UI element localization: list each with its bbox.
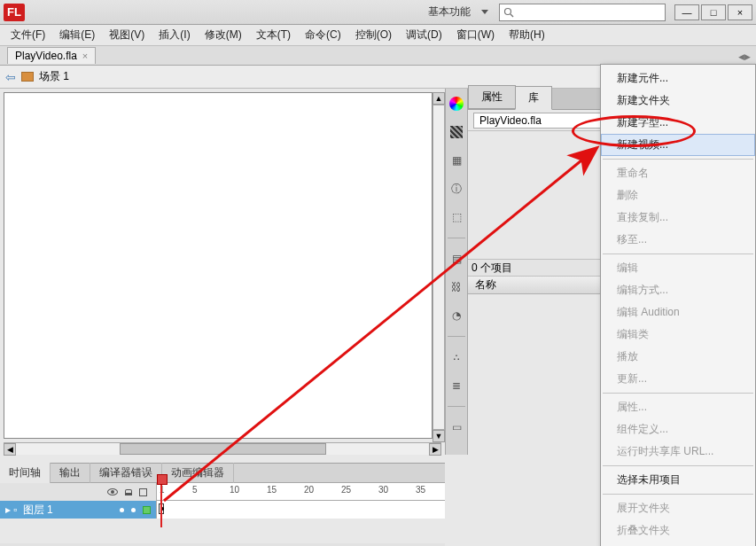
menu-move-to: 移至...: [601, 229, 755, 251]
menu-file[interactable]: 文件(F): [4, 25, 52, 45]
menu-modify[interactable]: 修改(M): [198, 25, 249, 45]
timeline-panel: 时间轴 输出 编译器错误 动画编辑器 1 5 10 15 20 25 30 35…: [0, 463, 445, 546]
tab-properties[interactable]: 属性: [468, 85, 516, 109]
menu-edit[interactable]: 编辑(E): [52, 25, 102, 45]
ruler-mark: 30: [378, 485, 388, 495]
menu-select-unused[interactable]: 选择未用项目: [601, 469, 755, 491]
library-panel-icon[interactable]: ▭: [448, 419, 464, 435]
menu-separator: [603, 159, 753, 160]
playhead[interactable]: [160, 483, 162, 527]
menu-edit-audition: 编辑 Audition: [601, 301, 755, 324]
menu-new-symbol[interactable]: 新建元件...: [601, 67, 755, 90]
scene-icon: [21, 72, 34, 82]
code-snippets-icon[interactable]: ▤: [448, 251, 464, 267]
menu-edit-class: 编辑类: [601, 324, 755, 346]
layer-frames-track[interactable]: [156, 501, 445, 519]
ruler-mark: 10: [230, 485, 239, 495]
menu-help[interactable]: 帮助(H): [502, 25, 552, 45]
panel-dock: ▦ ⓘ ⬚ ▤ ⛓ ◔ ⛬ ≣ ▭: [445, 89, 468, 455]
search-input[interactable]: [499, 4, 666, 21]
document-tab-strip: PlayVideo.fla × ◀▶: [0, 46, 756, 66]
menu-rename: 重命名: [601, 162, 755, 184]
scroll-up-button[interactable]: ▲: [433, 92, 445, 105]
vertical-scrollbar[interactable]: ▲ ▼: [433, 92, 445, 442]
menu-new-video[interactable]: 新建视频...: [601, 134, 755, 156]
timeline-layer-row[interactable]: ▸ ▫ 图层 1: [0, 501, 445, 519]
close-button[interactable]: ×: [728, 4, 752, 20]
components-panel-icon[interactable]: ⛓: [448, 279, 464, 295]
tab-output[interactable]: 输出: [51, 463, 90, 483]
menu-separator: [603, 393, 753, 394]
layer-name: 图层 1: [23, 503, 53, 518]
project-panel-icon[interactable]: ⛬: [448, 349, 464, 365]
menu-play: 播放: [601, 346, 755, 368]
menu-new-font[interactable]: 新建字型...: [601, 112, 755, 134]
menu-insert[interactable]: 插入(I): [152, 25, 197, 45]
menu-update: 更新...: [601, 368, 755, 390]
outline-icon[interactable]: [139, 488, 147, 496]
ruler-mark: 20: [304, 485, 314, 495]
back-icon[interactable]: ⇦: [5, 70, 16, 84]
scroll-right-button[interactable]: ▶: [429, 443, 441, 456]
menu-window[interactable]: 窗口(W): [449, 25, 502, 45]
document-tab[interactable]: PlayVideo.fla ×: [7, 47, 96, 64]
align-panel-icon[interactable]: ▦: [448, 152, 464, 168]
column-name: 名称: [475, 277, 496, 292]
menu-expand-all: 展开所有文件夹: [601, 542, 755, 546]
tab-compiler-errors[interactable]: 编译器错误: [90, 463, 162, 483]
maximize-button[interactable]: □: [701, 4, 726, 20]
library-context-menu: 新建元件... 新建文件夹 新建字型... 新建视频... 重命名 删除 直接复…: [600, 64, 756, 546]
menu-duplicate: 直接复制...: [601, 207, 755, 229]
timeline-tab-bar: 时间轴 输出 编译器错误 动画编辑器: [0, 464, 445, 483]
chevron-down-icon: [481, 10, 488, 14]
title-bar: FL 基本功能 — □ ×: [0, 0, 756, 25]
search-field[interactable]: [518, 5, 665, 20]
info-panel-icon[interactable]: ⓘ: [448, 181, 464, 197]
layer-label[interactable]: ▸ ▫ 图层 1: [0, 501, 156, 519]
tab-timeline[interactable]: 时间轴: [0, 463, 51, 483]
svg-line-1: [510, 14, 513, 17]
scene-name: 场景 1: [39, 69, 69, 84]
menu-separator: [603, 494, 753, 495]
menu-component-def: 组件定义...: [601, 418, 755, 441]
app-icon: FL: [4, 4, 25, 21]
workspace-selector[interactable]: 基本功能: [421, 4, 499, 20]
motion-presets-icon[interactable]: ◔: [448, 308, 464, 324]
menu-edit-with: 编辑方式...: [601, 279, 755, 301]
ruler-mark: 25: [341, 485, 351, 495]
menu-separator: [603, 465, 753, 466]
lock-icon[interactable]: [125, 489, 132, 495]
tab-library[interactable]: 库: [515, 86, 552, 110]
minimize-button[interactable]: —: [674, 4, 699, 20]
menu-debug[interactable]: 调试(D): [399, 25, 449, 45]
svg-point-0: [505, 8, 511, 14]
ruler-mark: 5: [192, 485, 198, 495]
items-count: 0 个项目: [472, 261, 512, 276]
menu-delete: 删除: [601, 184, 755, 207]
menu-bar: 文件(F) 编辑(E) 视图(V) 插入(I) 修改(M) 文本(T) 命令(C…: [0, 25, 756, 46]
timeline-header: 1 5 10 15 20 25 30 35: [0, 483, 445, 501]
swatches-panel-icon[interactable]: [448, 124, 464, 140]
visibility-icon[interactable]: [107, 488, 118, 495]
menu-text[interactable]: 文本(T): [249, 25, 298, 45]
scroll-down-button[interactable]: ▼: [433, 430, 445, 442]
menu-properties: 属性...: [601, 396, 755, 418]
timeline-ruler[interactable]: 1 5 10 15 20 25 30 35: [156, 483, 445, 501]
layer-icon: ▸ ▫: [5, 503, 18, 516]
menu-new-folder[interactable]: 新建文件夹: [601, 90, 755, 112]
menu-control[interactable]: 控制(O): [348, 25, 399, 45]
horizontal-scrollbar[interactable]: ◀ ▶: [4, 442, 441, 455]
tab-motion-editor[interactable]: 动画编辑器: [162, 463, 234, 483]
menu-commands[interactable]: 命令(C): [298, 25, 348, 45]
history-panel-icon[interactable]: ≣: [448, 378, 464, 394]
document-tab-label: PlayVideo.fla: [15, 50, 77, 62]
menu-expand-folder: 展开文件夹: [601, 497, 755, 519]
close-icon[interactable]: ×: [82, 51, 88, 61]
ruler-mark: 35: [416, 485, 425, 495]
transform-panel-icon[interactable]: ⬚: [448, 209, 464, 225]
stage-canvas[interactable]: [4, 92, 433, 439]
menu-view[interactable]: 视图(V): [102, 25, 152, 45]
workspace-label: 基本功能: [421, 4, 478, 20]
color-panel-icon[interactable]: [448, 96, 464, 112]
scroll-left-button[interactable]: ◀: [4, 443, 16, 456]
